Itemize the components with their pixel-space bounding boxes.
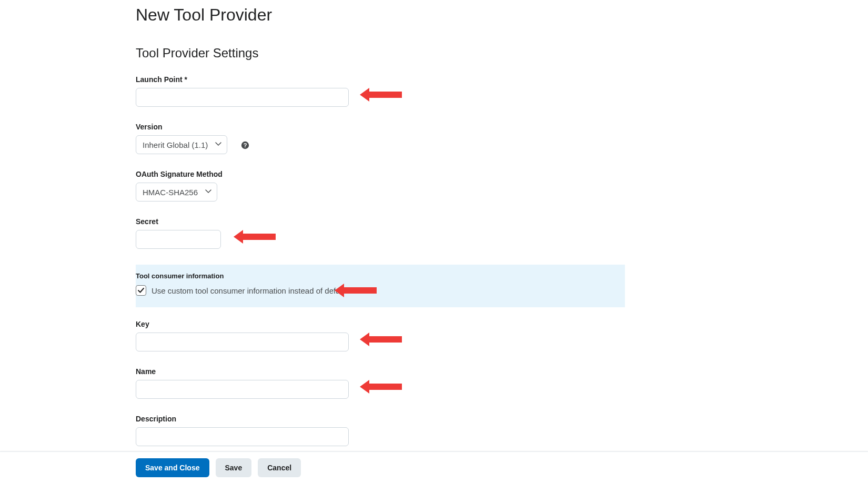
name-input[interactable] <box>136 380 349 399</box>
annotation-arrow-icon <box>360 88 402 102</box>
page-title: New Tool Provider <box>136 5 635 25</box>
chevron-down-icon <box>205 189 210 195</box>
key-input[interactable] <box>136 333 349 351</box>
consumer-checkbox-row: Use custom tool consumer information ins… <box>136 285 625 296</box>
save-button[interactable]: Save <box>216 458 252 477</box>
consumer-checkbox[interactable] <box>136 285 146 296</box>
chevron-down-icon <box>215 142 220 147</box>
launch-point-input[interactable] <box>136 88 349 107</box>
section-title: Tool Provider Settings <box>136 46 635 61</box>
secret-field-group: Secret <box>136 217 635 249</box>
secret-label: Secret <box>136 217 635 226</box>
description-field-group: Description <box>136 415 635 446</box>
consumer-info-section: Tool consumer information Use custom too… <box>136 265 625 307</box>
oauth-field-group: OAuth Signature Method HMAC-SHA256 <box>136 170 635 202</box>
help-icon[interactable]: ? <box>240 140 250 150</box>
name-field-group: Name <box>136 367 635 399</box>
launch-point-label: Launch Point * <box>136 75 635 84</box>
cancel-button[interactable]: Cancel <box>258 458 301 477</box>
svg-text:?: ? <box>243 142 247 148</box>
secret-input[interactable] <box>136 230 221 249</box>
annotation-arrow-icon <box>360 333 402 346</box>
annotation-arrow-icon <box>360 380 402 394</box>
version-selected-value: Inherit Global (1.1) <box>143 140 208 149</box>
oauth-select[interactable]: HMAC-SHA256 <box>136 183 217 202</box>
page-scroll-container[interactable]: New Tool Provider Tool Provider Settings… <box>0 0 868 483</box>
launch-point-field-group: Launch Point * <box>136 75 635 107</box>
form-content: New Tool Provider Tool Provider Settings… <box>136 0 635 464</box>
consumer-checkbox-label: Use custom tool consumer information ins… <box>152 286 348 295</box>
description-label: Description <box>136 415 635 423</box>
annotation-arrow-icon <box>234 230 276 244</box>
name-label: Name <box>136 367 635 376</box>
key-field-group: Key <box>136 320 635 351</box>
version-field-group: Version Inherit Global (1.1) ? <box>136 123 635 154</box>
key-label: Key <box>136 320 635 328</box>
description-input[interactable] <box>136 427 349 446</box>
footer-action-bar: Save and Close Save Cancel <box>0 451 868 483</box>
oauth-label: OAuth Signature Method <box>136 170 635 178</box>
consumer-section-label: Tool consumer information <box>136 272 625 280</box>
oauth-selected-value: HMAC-SHA256 <box>143 188 198 197</box>
version-label: Version <box>136 123 635 131</box>
save-and-close-button[interactable]: Save and Close <box>136 458 209 477</box>
version-select[interactable]: Inherit Global (1.1) <box>136 135 227 154</box>
